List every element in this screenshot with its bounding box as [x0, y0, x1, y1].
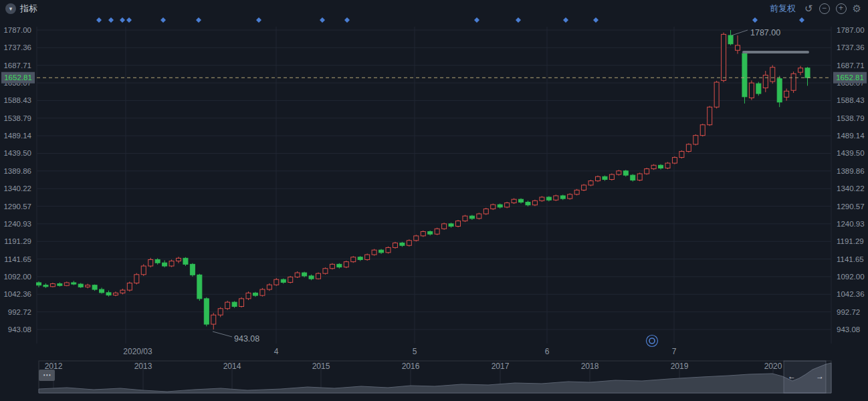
y-axis-label-left: 1489.14	[3, 132, 31, 140]
candle-body	[86, 285, 90, 287]
candle-body	[469, 216, 474, 219]
y-axis-label-right: 1538.79	[837, 114, 865, 122]
event-diamond-icon[interactable]	[108, 17, 114, 23]
candle-body	[177, 258, 181, 261]
candle-body	[631, 175, 635, 180]
candle-body	[770, 68, 775, 82]
y-axis-label-right: 1787.00	[837, 26, 865, 34]
candle-body	[763, 75, 768, 88]
candle-body	[58, 284, 62, 286]
candle-body	[742, 53, 747, 97]
low-annotation-leader	[213, 331, 232, 337]
y-axis-label-right: 1687.71	[837, 61, 865, 70]
candle-body	[554, 196, 558, 200]
candle-body	[463, 216, 467, 221]
event-diamond-icon[interactable]	[752, 17, 758, 23]
event-diamond-icon[interactable]	[196, 17, 201, 23]
candle-body	[64, 283, 69, 285]
candle-body	[483, 209, 488, 214]
candle-body	[43, 285, 48, 287]
candle-body	[574, 190, 579, 194]
candle-body	[449, 224, 453, 227]
candlestick-chart[interactable]: 1787.001787.001737.361737.361687.711687.…	[0, 0, 868, 401]
high-annotation-leader	[732, 30, 748, 35]
candle-body	[532, 200, 537, 205]
zoom-out-icon[interactable]: −	[819, 3, 830, 14]
candle-body	[197, 275, 202, 299]
target-circle-icon[interactable]	[647, 336, 658, 347]
x-axis-label: 6	[545, 347, 550, 356]
event-diamond-icon[interactable]	[320, 17, 325, 23]
navigator-year-label: 2013	[134, 362, 152, 371]
toolbar-actions: 前复权 ↺ − + ⚙	[770, 3, 861, 15]
candle-body	[372, 250, 376, 255]
stock-chart-window: 1787.001787.001737.361737.361687.711687.…	[0, 0, 868, 401]
y-axis-label-left: 1092.00	[3, 273, 31, 281]
candle-body	[218, 309, 223, 315]
candle-body	[672, 158, 677, 163]
settings-gear-icon[interactable]: ⚙	[853, 3, 861, 14]
event-diamond-icon[interactable]	[593, 17, 599, 23]
y-axis-label-left: 1588.43	[3, 96, 31, 104]
y-axis-label-right: 1737.36	[837, 43, 865, 51]
candle-body	[414, 236, 419, 241]
undo-icon[interactable]: ↺	[804, 3, 813, 14]
candle-body	[141, 266, 146, 275]
navigator-year-label: 2012	[45, 362, 63, 371]
event-diamond-icon[interactable]	[256, 17, 261, 23]
candle-body	[498, 205, 502, 207]
event-diamond-icon[interactable]	[96, 17, 102, 23]
candle-body	[512, 199, 516, 203]
candle-body	[623, 171, 628, 175]
candle-body	[204, 299, 209, 324]
y-axis-label-left: 1141.65	[4, 255, 31, 263]
candle-body	[309, 276, 314, 279]
candle-body	[246, 293, 251, 298]
candle-body	[274, 279, 279, 285]
adjustment-mode-link[interactable]: 前复权	[770, 3, 796, 15]
x-axis-label: 2020/03	[123, 347, 152, 356]
candle-body	[428, 232, 433, 235]
candle-body	[477, 214, 481, 219]
candle-body	[505, 203, 510, 207]
x-axis-label: 5	[413, 347, 417, 356]
candle-body	[344, 262, 348, 267]
candle-body	[407, 241, 411, 245]
candle-body	[519, 199, 524, 202]
candle-body	[645, 169, 649, 174]
event-diamond-icon[interactable]	[516, 17, 521, 23]
navigator-right-handle[interactable]: →	[816, 372, 824, 381]
navigator-year-label: 2015	[312, 362, 330, 371]
y-axis-label-left: 1687.71	[3, 61, 31, 70]
chart-toolbar: ▾ 指标 前复权 ↺ − + ⚙	[0, 0, 868, 17]
candle-body	[37, 283, 41, 285]
candle-body	[225, 302, 230, 309]
candle-body	[708, 107, 712, 125]
candle-body	[693, 136, 698, 144]
event-diamond-icon[interactable]	[474, 17, 479, 23]
event-diamond-icon[interactable]	[120, 17, 125, 23]
candle-body	[617, 171, 621, 174]
candle-body	[679, 152, 684, 158]
candle-body	[393, 243, 397, 248]
zoom-in-icon[interactable]: +	[836, 3, 847, 14]
event-diamond-icon[interactable]	[160, 17, 166, 23]
navigator-left-handle[interactable]: ←	[788, 372, 796, 381]
y-axis-label-left: 1191.29	[4, 237, 31, 245]
event-diamond-icon[interactable]	[126, 17, 132, 23]
event-diamond-icon[interactable]	[563, 17, 568, 23]
y-axis-label-left: 1290.57	[3, 203, 31, 211]
candle-body	[239, 299, 244, 307]
event-diamond-icon[interactable]	[799, 17, 804, 23]
candle-body	[50, 284, 55, 287]
chevron-down-icon[interactable]: ▾	[5, 3, 16, 14]
y-axis-label-left: 1340.22	[3, 184, 31, 192]
event-diamond-icon[interactable]	[344, 17, 350, 23]
y-axis-label-right: 1042.36	[837, 290, 865, 298]
y-axis-label-right: 1092.00	[837, 273, 865, 281]
candle-body	[260, 289, 265, 295]
indicator-dropdown[interactable]: ▾ 指标	[5, 3, 37, 15]
candle-body	[379, 250, 384, 253]
y-axis-label-left: 1042.36	[3, 290, 31, 298]
candle-body	[72, 283, 76, 284]
